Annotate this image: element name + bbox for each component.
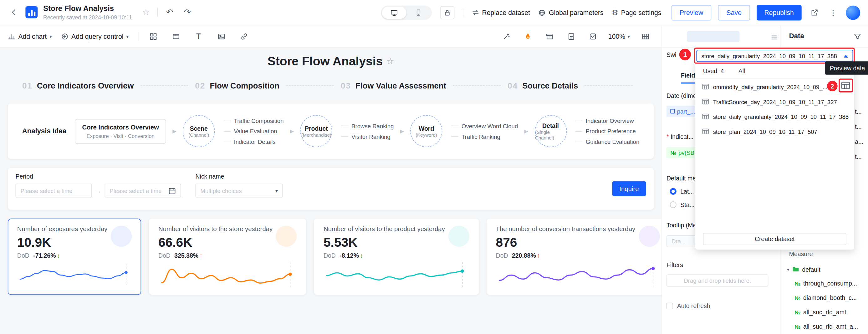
kpi-title: Number of visitors to the product yester… bbox=[323, 226, 469, 232]
auto-refresh-option[interactable]: Auto refresh bbox=[666, 303, 710, 309]
favorite-icon[interactable]: ☆ bbox=[140, 6, 152, 19]
radio-latest[interactable]: Lat... bbox=[670, 188, 694, 195]
measure-icon: № bbox=[795, 309, 800, 315]
redo-icon[interactable]: ↷ bbox=[181, 6, 193, 19]
table-icon bbox=[702, 128, 709, 135]
replace-dataset-icon bbox=[471, 8, 479, 16]
table-icon bbox=[702, 98, 709, 105]
dataset-select[interactable]: store_daily_granularity_2024_10_09_10_11… bbox=[696, 50, 853, 62]
kpi-title: The number of conversion transactions ye… bbox=[496, 226, 660, 232]
data-panel-title: Data bbox=[789, 32, 804, 40]
circle-plus-icon bbox=[61, 32, 68, 40]
preview-button[interactable]: Preview bbox=[671, 5, 712, 20]
add-query-control-button[interactable]: Add query control▾ bbox=[61, 32, 129, 40]
switch-dataset-label: Swi bbox=[666, 52, 676, 58]
dataset-option[interactable]: store_plan_2024_10_09_10_11_17_507 bbox=[695, 124, 854, 139]
replace-dataset-button[interactable]: Replace dataset bbox=[471, 8, 530, 16]
filters-dropzone[interactable]: Drag and drop fields here. bbox=[666, 274, 769, 287]
kpi-dod-value: 220.88% bbox=[512, 253, 536, 259]
kpi-card[interactable]: Number of visitors to the product yester… bbox=[314, 219, 479, 295]
component-box-icon[interactable] bbox=[544, 30, 556, 42]
beautify-wand-icon[interactable] bbox=[500, 30, 513, 42]
divider bbox=[463, 8, 463, 17]
tab-field[interactable]: Field bbox=[681, 72, 695, 84]
kpi-dod-label: DoD bbox=[158, 253, 170, 259]
measure-list: № through_consump... № diamond_booth_c..… bbox=[795, 280, 858, 330]
desktop-icon[interactable] bbox=[382, 6, 406, 19]
page-settings-button[interactable]: ⚙ Page settings bbox=[612, 8, 661, 17]
tab-component-icon[interactable] bbox=[169, 30, 182, 42]
kpi-dod-row: DoD220.88%↑ bbox=[496, 253, 660, 259]
kpi-card[interactable]: Number of visitors to the store yesterda… bbox=[149, 219, 306, 295]
avatar[interactable] bbox=[846, 5, 860, 20]
flow-step-circle: Word(Keyword) bbox=[410, 115, 442, 147]
save-button[interactable]: Save bbox=[718, 5, 750, 20]
filters-label: Filters bbox=[666, 262, 683, 268]
divider bbox=[157, 8, 158, 17]
layout-icon[interactable] bbox=[147, 30, 159, 42]
section-header-row: 01 Core Indicators Overview 02 Flow Comp… bbox=[8, 81, 654, 90]
tab-used[interactable]: Used bbox=[703, 67, 717, 74]
nickname-group: Nick name Multiple choices ▾ bbox=[195, 173, 283, 204]
radio-static[interactable]: Sta... bbox=[670, 201, 695, 208]
more-icon[interactable]: ⋮ bbox=[827, 6, 839, 19]
flow-step-circle: Scene(Channel) bbox=[183, 115, 215, 147]
mobile-icon[interactable] bbox=[406, 6, 431, 19]
period-label: Period bbox=[16, 173, 181, 180]
republish-button[interactable]: Republish bbox=[756, 5, 802, 20]
kpi-dod-value: 325.38% bbox=[174, 253, 198, 259]
link-icon[interactable] bbox=[238, 30, 250, 42]
measure-field[interactable]: № all_suc_rfd_amt bbox=[795, 309, 858, 315]
export-record-icon[interactable] bbox=[565, 30, 577, 42]
required-asterisk: * bbox=[666, 133, 669, 140]
global-parameters-button[interactable]: Global parameters bbox=[538, 8, 603, 16]
measure-field[interactable]: № through_consump... bbox=[795, 280, 858, 287]
truncated-field: t... bbox=[855, 108, 863, 115]
tab-all[interactable]: All bbox=[739, 67, 745, 74]
theme-flame-icon[interactable] bbox=[522, 30, 534, 42]
star-icon[interactable]: ☆ bbox=[387, 56, 394, 66]
dataset-option[interactable]: store_daily_granularity_2024_10_09_10_11… bbox=[695, 109, 854, 124]
kpi-card[interactable]: The number of conversion transactions ye… bbox=[487, 219, 662, 295]
kpi-value: 5.53K bbox=[323, 235, 469, 250]
kpi-row: Number of exposures yesterday10.9KDoD-71… bbox=[8, 219, 654, 295]
device-toggle[interactable] bbox=[381, 5, 432, 20]
app-logo bbox=[25, 6, 37, 19]
kpi-watermark-icon bbox=[639, 226, 660, 247]
preview-data-icon[interactable] bbox=[841, 81, 850, 90]
text-icon[interactable]: T bbox=[192, 30, 205, 42]
collapse-panel-icon[interactable] bbox=[769, 31, 781, 43]
inquire-button[interactable]: Inquire bbox=[612, 181, 646, 196]
create-dataset-button[interactable]: Create dataset bbox=[703, 233, 846, 245]
filter-icon[interactable] bbox=[851, 30, 864, 42]
checkbox-icon[interactable] bbox=[587, 30, 599, 42]
kpi-trend-arrow: ↓ bbox=[360, 253, 363, 259]
folder-icon bbox=[792, 266, 800, 273]
zoom-select[interactable]: 100%▾ bbox=[608, 32, 630, 40]
indicator-label: *Indicat... bbox=[666, 133, 693, 140]
kpi-dod-label: DoD bbox=[323, 253, 336, 259]
measure-field[interactable]: № all_suc_rfd_amt_a... bbox=[795, 323, 858, 330]
lock-icon[interactable] bbox=[440, 6, 454, 19]
image-icon[interactable] bbox=[215, 30, 227, 42]
query-control-card: Period Please select a time → Please sel… bbox=[8, 168, 654, 209]
flow-step-items: Traffic CompositionValue EvaluationIndic… bbox=[223, 117, 284, 145]
nickname-select[interactable]: Multiple choices ▾ bbox=[195, 183, 283, 197]
back-icon[interactable] bbox=[8, 6, 20, 19]
measure-field[interactable]: № diamond_booth_c... bbox=[795, 294, 858, 301]
undo-icon[interactable]: ↶ bbox=[164, 6, 176, 19]
preview-data-tooltip: Preview data bbox=[825, 61, 868, 74]
measure-folder[interactable]: ▾ default bbox=[787, 266, 820, 273]
grid-layout-icon[interactable] bbox=[639, 30, 651, 42]
share-icon[interactable] bbox=[808, 6, 820, 19]
date-field-tag[interactable]: part_... bbox=[666, 106, 699, 116]
flow-steps: Analysis Idea Core Indicators Overview E… bbox=[22, 115, 640, 147]
date-end-input[interactable]: Please select a time bbox=[104, 183, 181, 197]
add-chart-button[interactable]: Add chart▾ bbox=[8, 32, 52, 40]
topbar: Store Flow Analysis Recently saved at 20… bbox=[0, 0, 868, 25]
dashboard-canvas: Store Flow Analysis ☆ 01 Core Indicators… bbox=[0, 47, 661, 334]
table-icon bbox=[702, 113, 709, 120]
dataset-option[interactable]: TrafficSource_day_2024_10_09_10_11_17_32… bbox=[695, 94, 854, 109]
date-start-input[interactable]: Please select a time bbox=[16, 183, 92, 197]
kpi-card[interactable]: Number of exposures yesterday10.9KDoD-71… bbox=[8, 219, 141, 295]
